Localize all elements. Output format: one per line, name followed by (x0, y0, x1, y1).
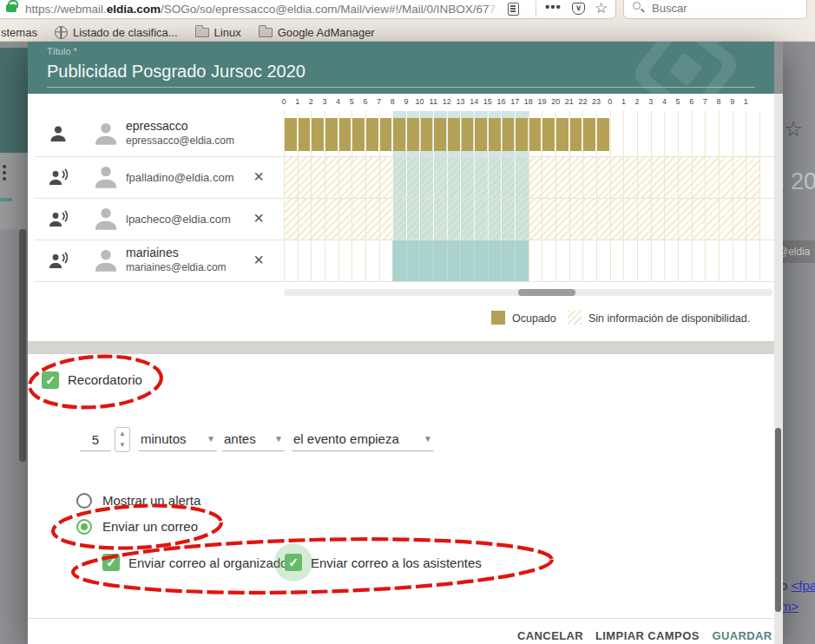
grid-line (637, 111, 638, 281)
hour-label: 2 (305, 97, 317, 106)
busy-block (380, 118, 392, 151)
bookmark-item[interactable]: stemas (1, 26, 37, 39)
attendee-icon (48, 250, 70, 274)
remove-attendee-button[interactable]: × (249, 251, 268, 270)
partial-link[interactable]: m> (780, 599, 799, 614)
reminder-label: Recordatorio (68, 372, 142, 387)
background-accent-remnant (0, 198, 12, 201)
reminder-reference-select[interactable]: el evento empieza ▼ (292, 429, 434, 451)
hour-label: 10 (414, 97, 426, 106)
url-text[interactable]: https://webmail.eldia.com/SOGo/so/epress… (25, 3, 496, 16)
browser-toolbar: https://webmail.eldia.com/SOGo/so/epress… (0, 0, 815, 23)
bookmark-label: Linux (214, 26, 241, 39)
hour-label: 17 (509, 97, 521, 106)
busy-block (583, 118, 595, 151)
dialog-scrollbar-thumb[interactable] (775, 428, 781, 612)
busy-block (393, 118, 405, 151)
hour-label: 8 (713, 97, 725, 106)
hour-label: 5 (672, 97, 684, 106)
event-time-band-free-row (392, 240, 529, 281)
attendee-icon (48, 208, 70, 233)
search-input[interactable] (650, 1, 789, 16)
legend-busy-label: Ocupado (512, 312, 556, 325)
step-down-icon[interactable]: ▼ (115, 439, 129, 450)
lock-icon[interactable] (6, 4, 16, 12)
checkbox-label: Enviar correo a los asistentes (311, 555, 482, 570)
bookmark-item[interactable]: Google AdManager (259, 26, 375, 39)
attendee-email: epressacco@eldia.com (126, 135, 234, 147)
hour-label: 2 (631, 97, 643, 106)
kebab-menu-icon[interactable] (3, 165, 6, 183)
bookmark-item[interactable]: Linux (195, 26, 241, 39)
bookmark-label: stemas (1, 26, 37, 39)
radio-label: Mostrar un alerta (102, 493, 200, 508)
legend-busy-swatch (491, 311, 505, 325)
hour-label: 4 (332, 97, 345, 106)
globe-icon (55, 26, 68, 39)
reminder-amount-input[interactable] (80, 429, 111, 451)
attendee-row: fpalladino@eldia.com× (28, 156, 284, 198)
clear-fields-button[interactable]: LIMPIAR CAMPOS (590, 626, 700, 644)
flag-star-icon[interactable]: ☆ (784, 116, 803, 141)
partial-link[interactable]: <fpa (792, 578, 815, 593)
background-partial-links: o <fpam> (780, 575, 815, 617)
email-option-checkbox[interactable]: ✓ (102, 554, 120, 571)
pocket-icon[interactable]: ∨ (572, 3, 585, 15)
section-divider (28, 341, 774, 354)
busy-block (529, 118, 542, 151)
hour-label: 0 (278, 97, 290, 106)
amount-stepper[interactable]: ▲▼ (115, 427, 130, 452)
url-bar[interactable]: https://webmail.eldia.com/SOGo/so/epress… (0, 0, 616, 19)
cancel-button[interactable]: CANCELAR (512, 626, 587, 644)
background-scrollbar[interactable] (19, 229, 26, 462)
reader-mode-icon[interactable] (508, 3, 519, 16)
bookmark-star-icon[interactable]: ☆ (595, 0, 608, 17)
hour-label: 9 (400, 97, 412, 106)
legend-noinfo-label: Sin información de disponibilidad. (588, 312, 750, 325)
hour-label: 8 (386, 97, 398, 106)
grid-scrollbar-thumb[interactable] (518, 289, 575, 296)
bookmark-item[interactable]: Listado de clasifica... (55, 26, 178, 39)
hour-label: 13 (455, 97, 467, 106)
hour-label: 3 (645, 97, 657, 106)
step-up-icon[interactable]: ▲ (115, 428, 129, 439)
hour-label: 19 (536, 97, 548, 106)
reminder-relation-select[interactable]: antes ▼ (222, 429, 285, 451)
attendee-email: mariaines@eldia.com (126, 261, 227, 273)
busy-block (448, 118, 460, 151)
hour-label: 21 (563, 97, 575, 106)
radio-selected[interactable] (76, 519, 92, 535)
reminder-unit-value: minutos (141, 431, 187, 446)
attendee-info: lpacheco@eldia.com (126, 198, 247, 240)
busy-block (503, 118, 515, 151)
busy-block (597, 118, 609, 151)
remove-attendee-button[interactable]: × (249, 209, 268, 228)
search-bar[interactable] (623, 0, 807, 19)
busy-block (516, 118, 528, 151)
grid-line (692, 111, 693, 281)
busy-block (556, 118, 569, 151)
hour-label: 6 (686, 97, 698, 106)
radio-unselected[interactable] (76, 493, 92, 509)
organizer-icon (48, 123, 69, 148)
reminder-unit-select[interactable]: minutos ▼ (139, 429, 217, 451)
remove-attendee-button[interactable]: × (249, 168, 268, 187)
avatar (91, 119, 121, 152)
avatar (91, 162, 121, 195)
chevron-down-icon: ▼ (207, 434, 215, 444)
hour-label: 4 (658, 97, 670, 106)
reminder-checkbox[interactable]: ✓ (42, 371, 59, 389)
bookmarks-bar: stemasListado de clasifica...LinuxGoogle… (0, 23, 815, 42)
folder-icon (195, 28, 209, 37)
hour-label: 1 (739, 97, 752, 106)
event-editor-dialog: Título * Publicidad Posgrado Jursoc 2020… (28, 42, 783, 644)
hour-label: 22 (576, 97, 588, 106)
email-option-checkbox[interactable]: ✓ (285, 554, 302, 571)
hour-label: 5 (345, 97, 358, 106)
hour-label: 1 (292, 97, 304, 106)
page-actions-icon[interactable]: ••• (545, 0, 562, 14)
grid-line (623, 111, 624, 281)
hour-label: 7 (373, 97, 385, 106)
hour-label: 6 (359, 97, 371, 106)
save-button[interactable]: GUARDAR (705, 626, 779, 644)
